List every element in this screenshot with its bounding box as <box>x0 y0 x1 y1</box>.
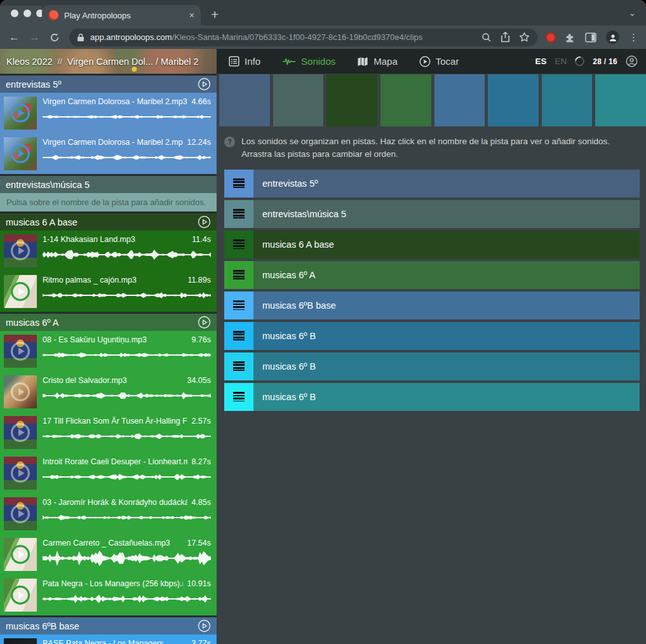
track-row[interactable]: musicas 6 A base <box>224 231 640 258</box>
new-tab-button[interactable]: + <box>211 8 219 21</box>
side-panel-icon[interactable] <box>585 32 596 43</box>
clip-item[interactable]: Carmen Carreto _ Castañuelas.mp3 17.54s <box>0 534 217 575</box>
clip-item[interactable]: Ritmo palmas _ cajón.mp3 11.89s <box>0 271 217 312</box>
clip-play-icon[interactable] <box>4 457 37 490</box>
track-color-swatch[interactable] <box>434 74 485 126</box>
track-row[interactable]: musicas 6º B <box>224 322 640 350</box>
reload-button[interactable] <box>50 32 60 43</box>
track-row-body[interactable]: musicas 6º B <box>253 383 640 411</box>
track-section-header[interactable]: musicas 6ºB base <box>0 617 217 634</box>
track-row[interactable]: musicas 6º B <box>224 352 640 380</box>
play-track-button[interactable] <box>198 215 211 229</box>
clip-item[interactable]: 1-14 Khakasian Land.mp3 11.4s <box>0 231 217 271</box>
clip-play-icon[interactable] <box>4 416 37 449</box>
record-extension-icon[interactable] <box>547 34 555 41</box>
track-row-body[interactable]: musicas 6 A base <box>253 231 640 258</box>
clip-play-icon[interactable] <box>4 579 37 612</box>
language-en[interactable]: EN <box>555 57 567 66</box>
track-color-swatch[interactable] <box>595 74 646 126</box>
track-color-swatch[interactable] <box>380 74 431 126</box>
drag-handle[interactable] <box>224 200 253 228</box>
clip-play-icon[interactable] <box>4 638 37 644</box>
clip-play-icon[interactable] <box>4 497 37 530</box>
track-row-body[interactable]: musicas 6º A <box>253 261 640 289</box>
clip-item[interactable]: Introit Rorate Caeli Desuper - Lionheart… <box>0 453 217 493</box>
breadcrumb-path[interactable]: Virgen Carmen Dol... / Maribel 2 <box>67 57 199 67</box>
track-row[interactable]: musicas 6º A <box>224 261 640 289</box>
close-tab-icon[interactable]: × <box>189 11 194 20</box>
back-button[interactable]: ← <box>9 32 20 43</box>
clip-play-icon[interactable] <box>4 137 37 170</box>
account-icon[interactable] <box>626 55 638 67</box>
bookmark-star-icon[interactable] <box>519 32 530 43</box>
nav-tab-tocar[interactable]: Tocar <box>419 56 459 67</box>
address-bar[interactable]: app.antropoloops.com/Kleos-Santa-Marina/… <box>69 29 537 46</box>
track-section-header[interactable]: entrevistas\música 5 <box>0 176 217 193</box>
drag-handle[interactable] <box>224 383 253 411</box>
clip-duration: 34.05s <box>187 376 211 385</box>
clip-play-icon[interactable] <box>4 275 37 308</box>
share-icon[interactable] <box>501 32 510 43</box>
drag-handle[interactable] <box>224 261 253 289</box>
clip-item[interactable]: Cristo del Salvador.mp3 34.05s <box>0 372 217 412</box>
track-section-header[interactable]: musicas 6 A base <box>0 213 217 231</box>
browser-tab[interactable]: Play Antropoloops × <box>42 5 201 25</box>
extensions-puzzle-icon[interactable] <box>564 32 575 43</box>
drag-handle[interactable] <box>224 292 253 319</box>
clip-play-icon[interactable] <box>4 97 37 130</box>
track-row-body[interactable]: entrevistas 5º <box>253 170 640 198</box>
nav-tab-mapa[interactable]: Mapa <box>357 56 398 67</box>
clip-name: 17 Till Flickan Som Är Tusen År-Halling … <box>43 417 187 426</box>
clip-play-icon[interactable] <box>4 538 37 571</box>
track-row-body[interactable]: musicas 6º B <box>253 352 640 380</box>
track-row-body[interactable]: entrevistas\música 5 <box>253 200 640 228</box>
breadcrumb-project[interactable]: Kleos 2022 <box>6 57 53 67</box>
track-section-header[interactable]: entrevistas 5º <box>0 76 217 93</box>
play-track-button[interactable] <box>198 316 211 329</box>
clip-item[interactable]: 17 Till Flickan Som Är Tusen År-Halling … <box>0 412 217 453</box>
track-row-body[interactable]: musicas 6ºB base <box>253 292 640 319</box>
track-row[interactable]: musicas 6º B <box>224 383 640 411</box>
drag-handle[interactable] <box>224 352 253 380</box>
clip-play-icon[interactable] <box>4 375 37 408</box>
track-label: musicas 6º B <box>262 331 316 341</box>
clip-thumbnail <box>4 275 37 308</box>
zoom-search-icon[interactable] <box>481 32 492 43</box>
track-color-swatch[interactable] <box>273 74 324 126</box>
clip-play-icon[interactable] <box>4 335 37 368</box>
browser-menu-icon[interactable]: ⋮ <box>629 32 638 43</box>
clip-item[interactable]: Virgen Carmen Dolorosa - Maribel 2.mp3 4… <box>0 93 217 133</box>
clip-play-icon[interactable] <box>4 234 37 267</box>
window-controls[interactable] <box>11 10 44 17</box>
clip-item[interactable]: BASE Pata Negra - Los Managers 3.77s <box>0 634 217 644</box>
close-window-button[interactable] <box>11 10 18 17</box>
clip-item[interactable]: Pata Negra - Los Managers (256 kbps).mp3… <box>0 575 217 615</box>
track-color-swatch[interactable] <box>542 74 593 126</box>
clip-info: Ritmo palmas _ cajón.mp3 11.89s <box>43 275 211 308</box>
track-color-swatch[interactable] <box>488 74 539 126</box>
drag-handle[interactable] <box>224 322 253 350</box>
profile-avatar[interactable] <box>606 30 619 44</box>
nav-tab-info[interactable]: Info <box>229 56 260 67</box>
track-row-body[interactable]: musicas 6º B <box>253 322 640 350</box>
clip-item[interactable]: 03 - Jaromír Horák & Konrádyho dudácká .… <box>0 493 217 534</box>
breadcrumb[interactable]: Kleos 2022 // Virgen Carmen Dol... / Mar… <box>0 49 217 74</box>
drag-handle[interactable] <box>224 170 253 198</box>
track-color-swatch[interactable] <box>219 74 270 126</box>
track-row[interactable]: entrevistas\música 5 <box>224 200 640 228</box>
drag-handle[interactable] <box>224 231 253 258</box>
clip-item[interactable]: Virgen Carmen Dolorosa - Maribel 2.mp3 1… <box>0 133 217 174</box>
lock-icon[interactable] <box>77 33 84 42</box>
clip-item[interactable]: 08 - Es Sakūru Uguntiņu.mp3 9.76s <box>0 331 217 372</box>
track-section-header[interactable]: musicas 6º A <box>0 314 217 331</box>
language-es[interactable]: ES <box>535 57 546 66</box>
minimize-window-button[interactable] <box>24 10 31 17</box>
play-track-button[interactable] <box>198 77 211 91</box>
forward-button[interactable]: → <box>29 32 40 43</box>
track-row[interactable]: entrevistas 5º <box>224 170 640 198</box>
tab-search-chevron-icon[interactable]: ⌄ <box>629 8 636 18</box>
play-track-button[interactable] <box>198 619 211 633</box>
track-row[interactable]: musicas 6ºB base <box>224 292 640 319</box>
nav-tab-sonidos[interactable]: Sonidos <box>282 56 335 67</box>
track-color-swatch[interactable] <box>326 74 377 126</box>
